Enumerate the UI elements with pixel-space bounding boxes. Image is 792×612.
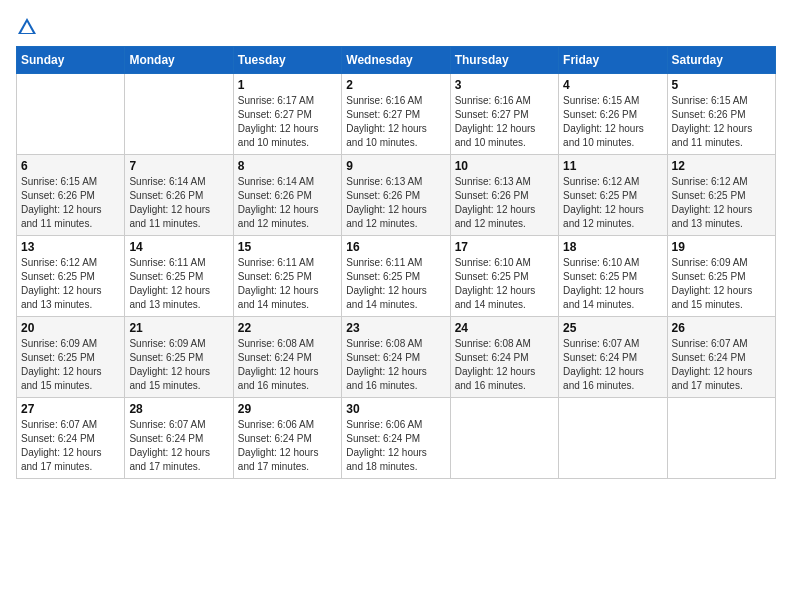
day-number: 21 [129,321,228,335]
day-number: 27 [21,402,120,416]
day-info: Sunrise: 6:14 AM Sunset: 6:26 PM Dayligh… [238,175,337,231]
day-info: Sunrise: 6:09 AM Sunset: 6:25 PM Dayligh… [129,337,228,393]
day-info: Sunrise: 6:15 AM Sunset: 6:26 PM Dayligh… [563,94,662,150]
calendar-cell: 25Sunrise: 6:07 AM Sunset: 6:24 PM Dayli… [559,317,667,398]
weekday-header-saturday: Saturday [667,47,775,74]
weekday-header-friday: Friday [559,47,667,74]
calendar-cell: 26Sunrise: 6:07 AM Sunset: 6:24 PM Dayli… [667,317,775,398]
calendar-cell: 2Sunrise: 6:16 AM Sunset: 6:27 PM Daylig… [342,74,450,155]
day-number: 5 [672,78,771,92]
calendar-cell: 11Sunrise: 6:12 AM Sunset: 6:25 PM Dayli… [559,155,667,236]
day-number: 9 [346,159,445,173]
day-number: 4 [563,78,662,92]
calendar-cell: 5Sunrise: 6:15 AM Sunset: 6:26 PM Daylig… [667,74,775,155]
day-info: Sunrise: 6:07 AM Sunset: 6:24 PM Dayligh… [672,337,771,393]
calendar-week-row: 20Sunrise: 6:09 AM Sunset: 6:25 PM Dayli… [17,317,776,398]
day-number: 26 [672,321,771,335]
day-info: Sunrise: 6:14 AM Sunset: 6:26 PM Dayligh… [129,175,228,231]
day-number: 16 [346,240,445,254]
calendar-cell: 9Sunrise: 6:13 AM Sunset: 6:26 PM Daylig… [342,155,450,236]
calendar-cell: 3Sunrise: 6:16 AM Sunset: 6:27 PM Daylig… [450,74,558,155]
day-number: 30 [346,402,445,416]
day-number: 11 [563,159,662,173]
day-number: 22 [238,321,337,335]
calendar-cell [450,398,558,479]
calendar-cell: 1Sunrise: 6:17 AM Sunset: 6:27 PM Daylig… [233,74,341,155]
weekday-header-thursday: Thursday [450,47,558,74]
calendar-cell [125,74,233,155]
calendar-week-row: 27Sunrise: 6:07 AM Sunset: 6:24 PM Dayli… [17,398,776,479]
day-info: Sunrise: 6:13 AM Sunset: 6:26 PM Dayligh… [455,175,554,231]
logo-icon [16,16,38,38]
calendar-header: SundayMondayTuesdayWednesdayThursdayFrid… [17,47,776,74]
day-info: Sunrise: 6:12 AM Sunset: 6:25 PM Dayligh… [563,175,662,231]
day-info: Sunrise: 6:07 AM Sunset: 6:24 PM Dayligh… [129,418,228,474]
calendar-table: SundayMondayTuesdayWednesdayThursdayFrid… [16,46,776,479]
calendar-week-row: 6Sunrise: 6:15 AM Sunset: 6:26 PM Daylig… [17,155,776,236]
day-info: Sunrise: 6:07 AM Sunset: 6:24 PM Dayligh… [563,337,662,393]
day-number: 18 [563,240,662,254]
day-number: 12 [672,159,771,173]
day-number: 23 [346,321,445,335]
calendar-cell: 30Sunrise: 6:06 AM Sunset: 6:24 PM Dayli… [342,398,450,479]
calendar-cell: 17Sunrise: 6:10 AM Sunset: 6:25 PM Dayli… [450,236,558,317]
calendar-week-row: 13Sunrise: 6:12 AM Sunset: 6:25 PM Dayli… [17,236,776,317]
day-info: Sunrise: 6:15 AM Sunset: 6:26 PM Dayligh… [21,175,120,231]
calendar-cell [17,74,125,155]
day-info: Sunrise: 6:08 AM Sunset: 6:24 PM Dayligh… [346,337,445,393]
day-number: 17 [455,240,554,254]
calendar-cell: 22Sunrise: 6:08 AM Sunset: 6:24 PM Dayli… [233,317,341,398]
day-number: 25 [563,321,662,335]
day-info: Sunrise: 6:06 AM Sunset: 6:24 PM Dayligh… [238,418,337,474]
day-info: Sunrise: 6:17 AM Sunset: 6:27 PM Dayligh… [238,94,337,150]
day-number: 29 [238,402,337,416]
calendar-cell: 18Sunrise: 6:10 AM Sunset: 6:25 PM Dayli… [559,236,667,317]
day-info: Sunrise: 6:11 AM Sunset: 6:25 PM Dayligh… [238,256,337,312]
calendar-body: 1Sunrise: 6:17 AM Sunset: 6:27 PM Daylig… [17,74,776,479]
weekday-header-wednesday: Wednesday [342,47,450,74]
calendar-cell [559,398,667,479]
calendar-cell: 10Sunrise: 6:13 AM Sunset: 6:26 PM Dayli… [450,155,558,236]
day-info: Sunrise: 6:16 AM Sunset: 6:27 PM Dayligh… [346,94,445,150]
calendar-cell: 7Sunrise: 6:14 AM Sunset: 6:26 PM Daylig… [125,155,233,236]
day-number: 13 [21,240,120,254]
page-header [16,16,776,38]
day-number: 24 [455,321,554,335]
day-info: Sunrise: 6:09 AM Sunset: 6:25 PM Dayligh… [672,256,771,312]
day-info: Sunrise: 6:11 AM Sunset: 6:25 PM Dayligh… [346,256,445,312]
day-number: 19 [672,240,771,254]
calendar-cell: 4Sunrise: 6:15 AM Sunset: 6:26 PM Daylig… [559,74,667,155]
day-number: 28 [129,402,228,416]
day-number: 1 [238,78,337,92]
weekday-header-row: SundayMondayTuesdayWednesdayThursdayFrid… [17,47,776,74]
calendar-week-row: 1Sunrise: 6:17 AM Sunset: 6:27 PM Daylig… [17,74,776,155]
calendar-cell: 20Sunrise: 6:09 AM Sunset: 6:25 PM Dayli… [17,317,125,398]
weekday-header-monday: Monday [125,47,233,74]
day-info: Sunrise: 6:08 AM Sunset: 6:24 PM Dayligh… [238,337,337,393]
calendar-cell: 16Sunrise: 6:11 AM Sunset: 6:25 PM Dayli… [342,236,450,317]
calendar-cell: 28Sunrise: 6:07 AM Sunset: 6:24 PM Dayli… [125,398,233,479]
calendar-cell [667,398,775,479]
calendar-cell: 15Sunrise: 6:11 AM Sunset: 6:25 PM Dayli… [233,236,341,317]
calendar-cell: 23Sunrise: 6:08 AM Sunset: 6:24 PM Dayli… [342,317,450,398]
calendar-cell: 8Sunrise: 6:14 AM Sunset: 6:26 PM Daylig… [233,155,341,236]
calendar-cell: 6Sunrise: 6:15 AM Sunset: 6:26 PM Daylig… [17,155,125,236]
day-info: Sunrise: 6:11 AM Sunset: 6:25 PM Dayligh… [129,256,228,312]
day-number: 8 [238,159,337,173]
calendar-cell: 21Sunrise: 6:09 AM Sunset: 6:25 PM Dayli… [125,317,233,398]
day-number: 20 [21,321,120,335]
day-info: Sunrise: 6:06 AM Sunset: 6:24 PM Dayligh… [346,418,445,474]
day-info: Sunrise: 6:12 AM Sunset: 6:25 PM Dayligh… [672,175,771,231]
day-info: Sunrise: 6:16 AM Sunset: 6:27 PM Dayligh… [455,94,554,150]
day-number: 14 [129,240,228,254]
day-number: 2 [346,78,445,92]
day-info: Sunrise: 6:07 AM Sunset: 6:24 PM Dayligh… [21,418,120,474]
day-info: Sunrise: 6:15 AM Sunset: 6:26 PM Dayligh… [672,94,771,150]
calendar-cell: 27Sunrise: 6:07 AM Sunset: 6:24 PM Dayli… [17,398,125,479]
day-info: Sunrise: 6:10 AM Sunset: 6:25 PM Dayligh… [563,256,662,312]
logo [16,16,42,38]
weekday-header-tuesday: Tuesday [233,47,341,74]
day-number: 3 [455,78,554,92]
calendar-cell: 13Sunrise: 6:12 AM Sunset: 6:25 PM Dayli… [17,236,125,317]
calendar-cell: 29Sunrise: 6:06 AM Sunset: 6:24 PM Dayli… [233,398,341,479]
